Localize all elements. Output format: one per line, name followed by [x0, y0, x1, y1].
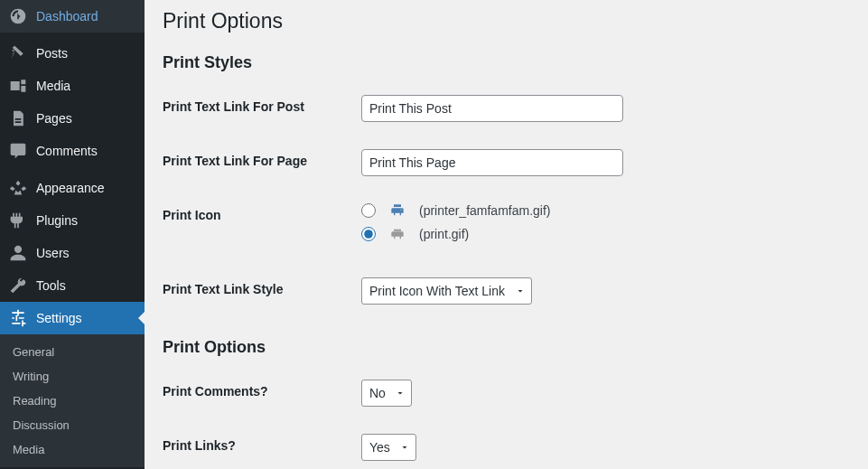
label-print-icon: Print Icon: [163, 190, 361, 264]
radio-label-icon-0: (printer_famfamfam.gif): [419, 203, 550, 218]
sidebar-item-plugins[interactable]: Plugins: [0, 204, 145, 237]
sidebar-item-label: Appearance: [36, 181, 105, 195]
sidebar-item-label: Pages: [36, 111, 72, 126]
sidebar-item-label: Media: [36, 79, 70, 93]
users-icon: [9, 244, 27, 262]
sidebar-item-dashboard[interactable]: Dashboard: [0, 0, 145, 33]
comments-icon: [9, 142, 27, 160]
sidebar-item-label: Dashboard: [36, 9, 98, 23]
sidebar-item-media[interactable]: Media: [0, 70, 145, 102]
sidebar-item-label: Posts: [36, 46, 68, 61]
appearance-icon: [9, 179, 27, 197]
sidebar-item-comments[interactable]: Comments: [0, 135, 145, 167]
sidebar-item-label: Users: [36, 246, 70, 260]
select-print-links[interactable]: Yes: [361, 434, 416, 461]
section-print-options: Print Options: [163, 338, 850, 357]
label-link-style: Print Text Link Style: [163, 264, 361, 318]
label-text-link-page: Print Text Link For Page: [163, 136, 361, 190]
sidebar-item-label: Settings: [36, 311, 82, 325]
radio-row-icon-0: (printer_famfamfam.gif): [361, 203, 841, 218]
label-print-links: Print Links?: [163, 420, 361, 469]
select-print-comments[interactable]: No: [361, 380, 412, 407]
sidebar-item-label: Tools: [36, 278, 66, 293]
printer-icon: [390, 227, 405, 241]
radio-print-icon-1[interactable]: [361, 227, 376, 241]
sidebar-item-appearance[interactable]: Appearance: [0, 172, 145, 204]
sidebar-item-settings[interactable]: Settings: [0, 302, 145, 334]
radio-row-icon-1: (print.gif): [361, 227, 841, 241]
sidebar-item-users[interactable]: Users: [0, 237, 145, 269]
printer-icon: [390, 203, 405, 218]
input-text-link-page[interactable]: [361, 149, 623, 176]
page-title: Print Options: [163, 9, 850, 33]
submenu-item-general[interactable]: General: [0, 340, 145, 364]
posts-icon: [9, 44, 27, 62]
submenu-item-media[interactable]: Media: [0, 437, 145, 462]
media-icon: [9, 77, 27, 95]
label-print-comments: Print Comments?: [163, 366, 361, 420]
dashboard-icon: [9, 7, 27, 25]
submenu-item-discussion[interactable]: Discussion: [0, 413, 145, 437]
radio-print-icon-0[interactable]: [361, 203, 376, 218]
tools-icon: [9, 277, 27, 295]
plugins-icon: [9, 211, 27, 230]
main-content: Print Options Print Styles Print Text Li…: [145, 0, 868, 469]
admin-sidebar: Dashboard Posts Media Pages Comments App…: [0, 0, 145, 469]
sidebar-item-tools[interactable]: Tools: [0, 269, 145, 302]
sidebar-item-posts[interactable]: Posts: [0, 37, 145, 70]
settings-submenu: General Writing Reading Discussion Media: [0, 334, 145, 467]
pages-icon: [9, 109, 27, 127]
label-text-link-post: Print Text Link For Post: [163, 81, 361, 136]
form-table-options: Print Comments? No Print Links? Yes: [163, 366, 850, 469]
sidebar-item-pages[interactable]: Pages: [0, 102, 145, 135]
input-text-link-post[interactable]: [361, 95, 623, 122]
submenu-item-writing[interactable]: Writing: [0, 364, 145, 389]
svg-rect-0: [400, 210, 401, 211]
radio-label-icon-1: (print.gif): [419, 227, 469, 241]
submenu-item-reading[interactable]: Reading: [0, 389, 145, 413]
settings-icon: [9, 309, 27, 327]
select-link-style[interactable]: Print Icon With Text Link: [361, 277, 532, 305]
sidebar-item-label: Plugins: [36, 213, 78, 228]
sidebar-item-label: Comments: [36, 144, 98, 158]
section-print-styles: Print Styles: [163, 53, 850, 72]
form-table-styles: Print Text Link For Post Print Text Link…: [163, 81, 850, 318]
